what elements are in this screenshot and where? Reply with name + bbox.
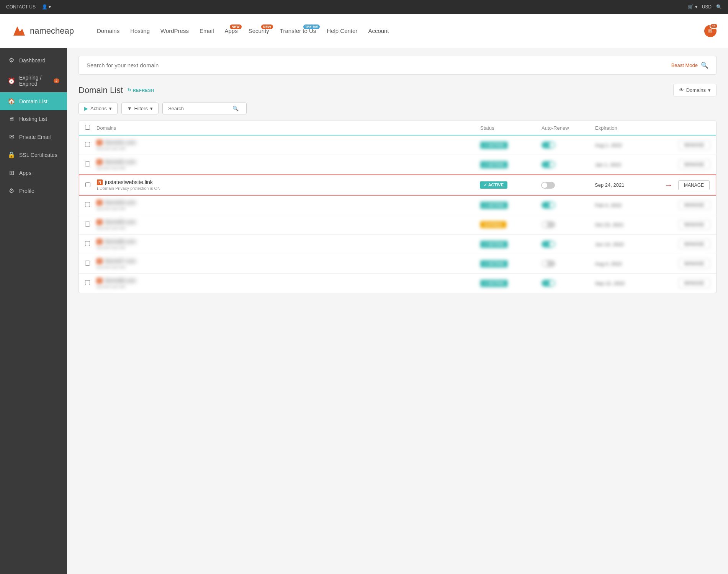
auto-renew-toggle[interactable]	[542, 280, 555, 287]
logo[interactable]: namecheap	[11, 23, 74, 39]
sidebar-item-profile[interactable]: ⚙Profile	[0, 182, 67, 200]
auto-renew-toggle[interactable]	[542, 142, 555, 148]
filters-button[interactable]: ▼ Filters ▾	[121, 103, 159, 114]
nav-item-hosting[interactable]: Hosting	[126, 24, 154, 37]
table-search-icon[interactable]: 🔍	[232, 106, 239, 111]
domain-name-text[interactable]: justatestwebsite.link	[105, 179, 153, 185]
manage-arrow-icon: →	[664, 180, 673, 190]
manage-button[interactable]: MANAGE	[679, 200, 710, 210]
domains-dropdown-button[interactable]: 👁 Domains ▾	[673, 84, 717, 96]
auto-renew-cell	[542, 260, 595, 267]
user-menu[interactable]: 👤 ▾	[42, 4, 51, 10]
sidebar-item-private-email[interactable]: ✉Private Email	[0, 128, 67, 146]
domain-name-text[interactable]: blurred1.com	[105, 139, 136, 145]
domain-brand-icon: N	[97, 179, 103, 185]
sidebar-item-hosting-list[interactable]: 🖥Hosting List	[0, 110, 67, 128]
search-icon[interactable]: 🔍	[701, 62, 708, 69]
auto-renew-cell	[542, 241, 595, 248]
domain-name-text[interactable]: blurred8.com	[105, 277, 136, 284]
domain-name-text[interactable]: blurred5.com	[105, 219, 136, 225]
expiration-cell: Sep 12, 2022	[595, 280, 664, 286]
nav-item-domains[interactable]: Domains	[93, 24, 123, 37]
nav-item-security[interactable]: SecurityNEW	[245, 24, 273, 37]
nav-item-account[interactable]: Account	[364, 24, 393, 37]
row-checkbox[interactable]	[85, 261, 90, 266]
refresh-button[interactable]: ↻ REFRESH	[128, 88, 154, 93]
row-checkbox[interactable]	[85, 241, 90, 246]
domain-sub-text: blurred sub info	[97, 265, 480, 269]
sidebar-item-domain-list[interactable]: 🏠Domain List	[0, 92, 67, 110]
manage-button[interactable]: MANAGE	[679, 278, 710, 288]
auto-renew-toggle[interactable]	[542, 260, 555, 267]
domain-sub-text: blurred sub info	[97, 166, 480, 170]
manage-button[interactable]: MANAGE	[679, 239, 710, 249]
sidebar-item-ssl-certificates[interactable]: 🔒SSL Certificates	[0, 146, 67, 164]
table-header: Domains Status Auto-Renew Expiration	[79, 121, 716, 135]
domains-dropdown-label: Domains	[686, 87, 706, 93]
beast-mode-link[interactable]: Beast Mode	[671, 62, 698, 68]
table-row: Nblurred5.comblurred sub infoEXPIREDOct …	[79, 215, 716, 235]
auto-renew-toggle[interactable]	[541, 182, 555, 189]
auto-renew-toggle[interactable]	[542, 202, 555, 209]
auto-renew-toggle[interactable]	[542, 221, 555, 228]
table-row: Nblurred8.comblurred sub info✓ ACTIVESep…	[79, 274, 716, 293]
table-row: Nblurred2.comblurred sub info✓ ACTIVEJan…	[79, 155, 716, 174]
row-checkbox[interactable]	[85, 182, 90, 187]
filter-icon: ▼	[127, 106, 132, 111]
contact-us-link[interactable]: CONTACT US	[6, 4, 36, 10]
mail-icon[interactable]: ✉ 11	[704, 25, 717, 37]
domain-table: Domains Status Auto-Renew Expiration Nbl…	[79, 121, 717, 293]
sidebar-item-apps[interactable]: ⊞Apps	[0, 164, 67, 182]
actions-button[interactable]: ▶ Actions ▾	[79, 103, 118, 114]
top-bar-right: 🛒 ▾ USD 🔍	[688, 4, 722, 10]
nav-item-apps[interactable]: AppsNEW	[221, 24, 241, 37]
domain-name-text[interactable]: blurred6.com	[105, 238, 136, 245]
cart-icon[interactable]: 🛒 ▾	[688, 4, 697, 10]
table-search-input[interactable]	[168, 106, 229, 111]
actions-chevron-icon: ▾	[109, 106, 112, 111]
select-all-checkbox[interactable]	[85, 125, 90, 130]
top-search-icon[interactable]: 🔍	[716, 4, 722, 10]
sidebar: ⚙Dashboard⏰Expiring / Expired2🏠Domain Li…	[0, 48, 67, 574]
sidebar-label-dashboard: Dashboard	[19, 57, 46, 64]
nav-item-transfer-to-us[interactable]: Transfer to UsTRY ME	[276, 24, 320, 37]
domain-search-input[interactable]	[87, 62, 671, 68]
domain-name-cell: Nblurred8.comblurred sub info	[97, 277, 480, 289]
sidebar-item-expiring-expired[interactable]: ⏰Expiring / Expired2	[0, 69, 67, 92]
row-checkbox[interactable]	[85, 222, 90, 227]
row-checkbox[interactable]	[85, 161, 90, 166]
sidebar-icon-expiring-expired: ⏰	[8, 77, 15, 85]
row-checkbox[interactable]	[85, 142, 90, 147]
chevron-down-icon: ▾	[708, 87, 711, 93]
row-actions-cell: MANAGE	[664, 259, 710, 269]
row-checkbox[interactable]	[85, 280, 90, 285]
domain-sub-text: blurred sub info	[97, 146, 480, 151]
domain-name-text[interactable]: blurred7.com	[105, 258, 136, 264]
status-badge: ✓ ACTIVE	[480, 260, 508, 267]
row-actions-cell: →MANAGE	[664, 180, 710, 190]
auto-renew-toggle[interactable]	[542, 161, 555, 168]
currency-selector[interactable]: USD	[702, 4, 712, 10]
manage-button[interactable]: MANAGE	[679, 140, 710, 150]
sidebar-item-dashboard[interactable]: ⚙Dashboard	[0, 51, 67, 69]
auto-renew-cell	[541, 182, 595, 189]
manage-button[interactable]: MANAGE	[679, 259, 710, 269]
header: namecheap DomainsHostingWordPressEmailAp…	[0, 14, 728, 48]
nav-item-help-center[interactable]: Help Center	[323, 24, 361, 37]
row-actions-cell: MANAGE	[664, 200, 710, 210]
nav-item-email[interactable]: Email	[196, 24, 218, 37]
auto-renew-cell	[542, 161, 595, 168]
status-badge: ✓ ACTIVE	[480, 181, 507, 189]
manage-button[interactable]: MANAGE	[678, 180, 710, 190]
domain-name-text[interactable]: blurred4.com	[105, 199, 136, 205]
play-icon: ▶	[84, 106, 88, 111]
auto-renew-toggle[interactable]	[542, 241, 555, 248]
table-row: Nblurred1.comblurred sub info✓ ACTIVEAug…	[79, 135, 716, 155]
domain-name-text[interactable]: blurred2.com	[105, 159, 136, 165]
toolbar: ▶ Actions ▾ ▼ Filters ▾ 🔍	[79, 103, 717, 114]
nav-item-wordpress[interactable]: WordPress	[157, 24, 193, 37]
status-cell: ✓ ACTIVE	[480, 202, 542, 209]
row-checkbox[interactable]	[85, 202, 90, 207]
manage-button[interactable]: MANAGE	[679, 160, 710, 170]
manage-button[interactable]: MANAGE	[679, 220, 710, 230]
